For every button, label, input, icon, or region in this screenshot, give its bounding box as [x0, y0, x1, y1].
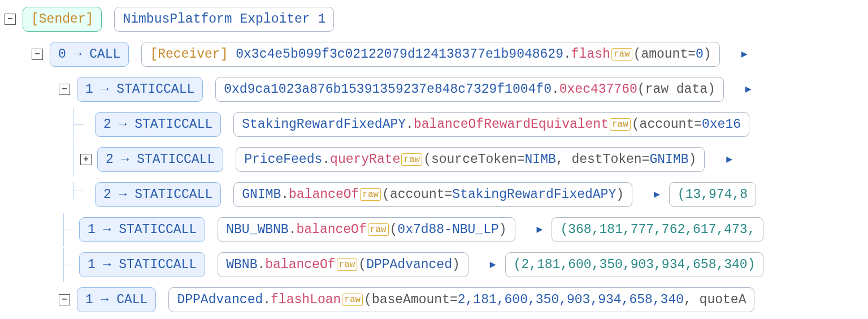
expand-right-icon[interactable]: ▶ [654, 187, 660, 202]
function-name: 0xec437760 [559, 80, 637, 100]
call-depth-badge[interactable]: 2 → STATICCALL [95, 112, 221, 137]
tree-guide [73, 143, 78, 176]
call-detail-pill[interactable]: WBNB . balanceOf raw ( DPPAdvanced ) [218, 252, 468, 278]
sender-label: [Sender] [31, 10, 93, 29]
raw-badge[interactable]: raw [342, 294, 363, 306]
return-value: (368,181,777,762,617,473, [560, 220, 755, 240]
return-value-pill[interactable]: (368,181,777,762,617,473, [552, 217, 763, 243]
raw-badge[interactable]: raw [337, 258, 358, 271]
tree-guide [73, 107, 89, 141]
collapse-icon[interactable] [32, 49, 43, 60]
expand-right-icon[interactable]: ▶ [726, 152, 732, 167]
arg-value: 0xe16 [702, 115, 741, 135]
trace-row: 1 → STATICCALL WBNB . balanceOf raw ( DP… [5, 252, 863, 277]
target-address: WBNB [226, 255, 257, 275]
receiver-label: [Receiver] [150, 45, 228, 64]
tree-guide [63, 248, 79, 282]
expand-icon[interactable] [80, 154, 92, 165]
trace-row: 1 → CALL DPPAdvanced . flashLoan raw (ba… [5, 287, 863, 312]
call-depth-badge[interactable]: 1 → STATICCALL [79, 252, 205, 278]
tree-guide [63, 213, 79, 247]
args-text: (account= [632, 115, 702, 135]
collapse-icon[interactable] [59, 84, 70, 95]
arg-value: 0x7d88-NBU_LP [397, 220, 498, 240]
trace-row: 1 → STATICCALL 0xd9ca1023a876b1539135923… [5, 77, 863, 102]
function-name: balanceOf [289, 185, 359, 205]
trace-row: 2 → STATICCALL GNIMB . balanceOf raw (ac… [5, 182, 863, 207]
return-value-pill[interactable]: (2,181,600,350,903,934,658,340) [505, 252, 764, 278]
raw-badge[interactable]: raw [401, 153, 422, 166]
trace-row: 0 → CALL [Receiver] 0x3c4e5b099f3c021220… [5, 42, 863, 67]
function-name: flash [571, 45, 610, 64]
trace-row: 2 → STATICCALL PriceFeeds . queryRate ra… [5, 147, 863, 172]
args-text: (amount= [633, 45, 696, 64]
function-name: flashLoan [271, 290, 341, 310]
target-address: StakingRewardFixedAPY [242, 115, 406, 135]
arg-value: GNIMB [649, 150, 688, 170]
target-address: PriceFeeds [244, 150, 322, 170]
trace-row: 2 → STATICCALL StakingRewardFixedAPY . b… [5, 112, 863, 137]
arg-value: StakingRewardFixedAPY [452, 185, 616, 205]
sender-badge: [Sender] [23, 7, 102, 32]
arg-value: NIMB [525, 150, 556, 170]
call-detail-pill[interactable]: StakingRewardFixedAPY . balanceOfRewardE… [233, 112, 749, 137]
call-detail-pill[interactable]: DPPAdvanced . flashLoan raw (baseAmount=… [168, 287, 754, 313]
call-depth-label: 2 → STATICCALL [103, 185, 212, 205]
call-depth-badge[interactable]: 0 → CALL [50, 42, 129, 67]
raw-badge[interactable]: raw [368, 223, 389, 236]
raw-badge[interactable]: raw [610, 118, 631, 131]
tree-guide [73, 182, 89, 199]
function-name: queryRate [330, 150, 400, 170]
call-detail-pill[interactable]: PriceFeeds . queryRate raw (sourceToken=… [236, 147, 705, 173]
function-name: balanceOf [265, 255, 335, 275]
call-depth-label: 1 → STATICCALL [85, 80, 194, 100]
call-depth-badge[interactable]: 1 → STATICCALL [79, 217, 205, 243]
args-text: (raw data) [637, 80, 715, 100]
call-depth-label: 1 → STATICCALL [88, 255, 197, 275]
collapse-icon[interactable] [59, 294, 70, 305]
target-address: GNIMB [242, 185, 281, 205]
target-address: 0xd9ca1023a876b15391359237e848c7329f1004… [224, 80, 552, 100]
call-depth-badge[interactable]: 2 → STATICCALL [95, 182, 221, 208]
raw-badge[interactable]: raw [611, 48, 632, 61]
target-address: DPPAdvanced [177, 290, 263, 310]
trace-row: 1 → STATICCALL NBU_WBNB . balanceOf raw … [5, 217, 863, 242]
root-contract-pill[interactable]: NimbusPlatform Exploiter 1 [114, 7, 334, 32]
trace-row-root: [Sender] NimbusPlatform Exploiter 1 [5, 7, 863, 32]
return-value-pill[interactable]: (13,974,8 [669, 182, 756, 208]
call-detail-pill[interactable]: 0xd9ca1023a876b15391359237e848c7329f1004… [215, 77, 724, 102]
arg-value: 0 [696, 45, 704, 64]
return-value: (2,181,600,350,903,934,658,340) [514, 255, 756, 275]
call-depth-label: 1 → STATICCALL [88, 220, 197, 240]
call-detail-pill[interactable]: [Receiver] 0x3c4e5b099f3c02122079d124138… [141, 42, 719, 67]
target-address: NBU_WBNB [226, 220, 288, 240]
function-name: balanceOf [296, 220, 366, 240]
raw-badge[interactable]: raw [360, 188, 381, 201]
function-name: balanceOfRewardEquivalent [414, 115, 609, 135]
return-value: (13,974,8 [678, 185, 748, 205]
expand-right-icon[interactable]: ▶ [745, 82, 752, 97]
call-detail-pill[interactable]: NBU_WBNB . balanceOf raw ( 0x7d88-NBU_LP… [218, 217, 515, 243]
arg-value: 2,181,600,350,903,934,658,340 [458, 290, 684, 310]
expand-right-icon[interactable]: ▶ [490, 257, 496, 273]
arg-value: DPPAdvanced [366, 255, 452, 275]
call-depth-badge[interactable]: 2 → STATICCALL [97, 147, 223, 173]
call-detail-pill[interactable]: GNIMB . balanceOf raw (account= StakingR… [233, 182, 632, 208]
call-depth-label: 0 → CALL [58, 45, 120, 64]
expand-right-icon[interactable]: ▶ [741, 47, 748, 62]
collapse-icon[interactable] [5, 14, 16, 25]
target-address: 0x3c4e5b099f3c02122079d124138377e1b90486… [236, 45, 563, 64]
call-depth-label: 2 → STATICCALL [106, 150, 215, 170]
call-depth-label: 2 → STATICCALL [103, 115, 212, 135]
expand-right-icon[interactable]: ▶ [537, 222, 543, 238]
root-contract-name: NimbusPlatform Exploiter 1 [123, 10, 326, 29]
call-depth-label: 1 → CALL [85, 290, 147, 310]
call-depth-badge[interactable]: 1 → CALL [77, 287, 156, 313]
call-depth-badge[interactable]: 1 → STATICCALL [77, 77, 203, 102]
